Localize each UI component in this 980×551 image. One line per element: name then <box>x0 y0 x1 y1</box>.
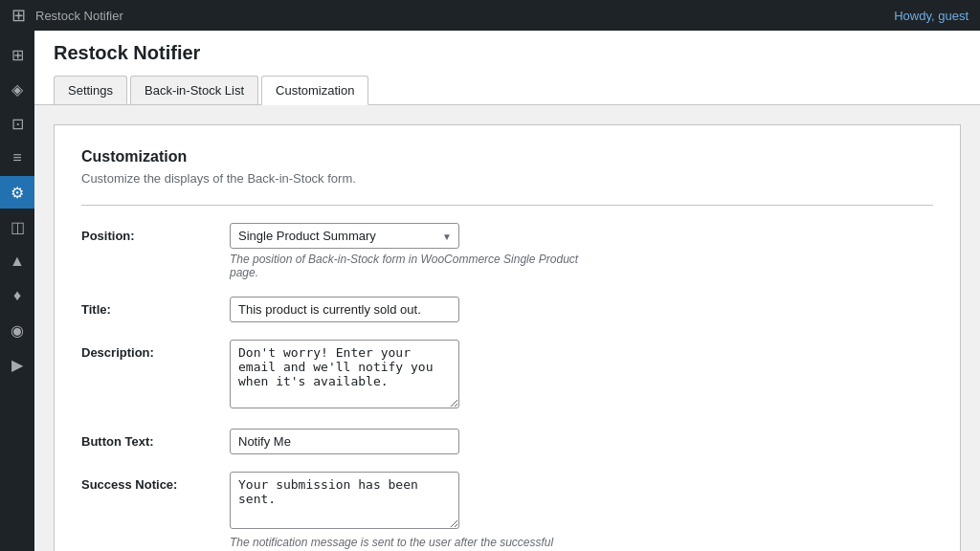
sidebar: ⊞ ◈ ⊡ ≡ ⚙ ◫ ▲ ♦ ◉ ▶ <box>0 31 34 551</box>
sidebar-item-users[interactable]: ◉ <box>0 314 34 346</box>
divider <box>81 205 933 206</box>
sidebar-item-dashboard[interactable]: ⊞ <box>0 38 34 71</box>
position-desc: The position of Back-in-Stock form in Wo… <box>230 253 593 279</box>
description-field: Don't worry! Enter your email and we'll … <box>230 340 933 411</box>
admin-bar-right: Howdy, guest <box>894 9 969 23</box>
content-area: Customization Customize the displays of … <box>34 105 980 551</box>
description-label: Description: <box>81 340 230 360</box>
section-desc: Customize the displays of the Back-in-St… <box>81 171 933 186</box>
form-row-title: Title: <box>81 297 933 322</box>
position-label: Position: <box>81 223 230 243</box>
success-notice-field: Your submission has been sent. The notif… <box>230 472 933 551</box>
form-row-success-notice: Success Notice: Your submission has been… <box>81 472 933 551</box>
admin-bar-greeting: Howdy, <box>894 9 938 23</box>
form-row-description: Description: Don't worry! Enter your ema… <box>81 340 933 411</box>
wp-logo-icon: ⊞ <box>11 5 26 26</box>
position-select[interactable]: Single Product Summary Before Add to Car… <box>230 223 459 249</box>
tab-settings[interactable]: Settings <box>54 76 127 104</box>
sidebar-item-analytics[interactable]: ▲ <box>0 245 34 277</box>
tabs: Settings Back-in-Stock List Customizatio… <box>54 76 961 104</box>
success-notice-label: Success Notice: <box>81 472 230 492</box>
sidebar-item-media[interactable]: ⊡ <box>0 107 34 140</box>
form-row-position: Position: Single Product Summary Before … <box>81 223 933 279</box>
title-label: Title: <box>81 297 230 317</box>
admin-bar: ⊞ Restock Notifier Howdy, guest <box>0 0 980 31</box>
tab-back-in-stock-list[interactable]: Back-in-Stock List <box>130 76 258 104</box>
sidebar-item-tools[interactable]: ▶ <box>0 348 34 381</box>
content-box: Customization Customize the displays of … <box>54 124 961 551</box>
admin-bar-site-name: Restock Notifier <box>35 9 123 23</box>
sidebar-item-marketing[interactable]: ♦ <box>0 279 34 312</box>
sidebar-item-pages[interactable]: ≡ <box>0 142 34 174</box>
page-header: Restock Notifier Settings Back-in-Stock … <box>34 31 980 105</box>
title-field <box>230 297 933 322</box>
sidebar-item-settings[interactable]: ⚙ <box>0 176 34 209</box>
form-row-button-text: Button Text: <box>81 429 933 454</box>
sidebar-item-plugins[interactable]: ◫ <box>0 210 34 243</box>
section-title: Customization <box>81 148 933 165</box>
page-title: Restock Notifier <box>54 42 961 64</box>
title-input[interactable] <box>230 297 459 322</box>
sidebar-item-posts[interactable]: ◈ <box>0 73 34 105</box>
main-wrapper: Restock Notifier Settings Back-in-Stock … <box>34 31 980 551</box>
position-field: Single Product Summary Before Add to Car… <box>230 223 933 279</box>
description-textarea[interactable]: Don't worry! Enter your email and we'll … <box>230 340 459 408</box>
button-text-label: Button Text: <box>81 429 230 449</box>
admin-bar-left: ⊞ Restock Notifier <box>11 5 123 26</box>
tab-customization[interactable]: Customization <box>261 76 368 105</box>
button-text-input[interactable] <box>230 429 459 454</box>
success-notice-textarea[interactable]: Your submission has been sent. <box>230 472 459 529</box>
success-notice-desc: The notification message is sent to the … <box>230 536 593 551</box>
position-select-wrapper[interactable]: Single Product Summary Before Add to Car… <box>230 223 459 249</box>
button-text-field <box>230 429 933 454</box>
admin-bar-username[interactable]: guest <box>938 9 969 23</box>
